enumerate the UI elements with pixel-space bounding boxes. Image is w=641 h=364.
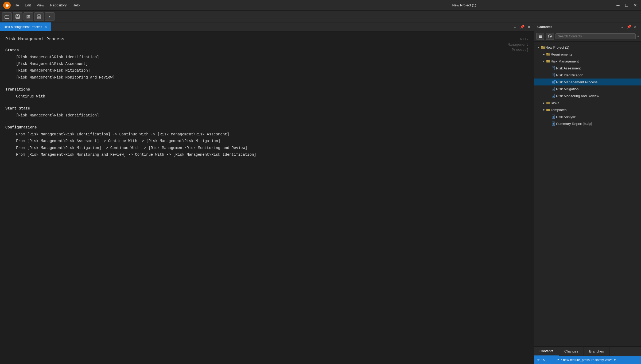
project-folder-icon (541, 45, 545, 50)
app-logo: ◉ (3, 2, 11, 9)
svg-rect-40 (553, 89, 554, 89)
svg-rect-43 (553, 95, 554, 95)
maximize-button[interactable]: □ (624, 3, 629, 8)
config-item-2: From [Risk Management\Risk Assesment] ->… (16, 138, 529, 144)
print-button[interactable] (34, 12, 44, 21)
summary-report-doc-icon (551, 121, 556, 126)
tab-close-button[interactable]: ✕ (44, 25, 47, 29)
risk-management-label: Risk Management (551, 59, 579, 63)
save-button[interactable] (13, 12, 22, 21)
tree-item-risk-identification[interactable]: ▶ Risk Identification (534, 72, 641, 79)
risks-toggle-icon: ▶ (542, 101, 546, 104)
tab-close-all-button[interactable]: ✕ (526, 25, 532, 29)
branch-item[interactable]: ⎇ * new-feature_pressure-safety-valve ▾ (555, 358, 616, 362)
svg-rect-39 (553, 88, 554, 88)
tree-item-requirements[interactable]: ▶ Requirements (534, 51, 641, 58)
tree-item-risk-monitoring[interactable]: ▶ Risk Monitoring and Review (534, 92, 641, 99)
tab-pin-button[interactable]: 📌 (519, 25, 525, 29)
window-title: New Project (1) (313, 3, 616, 7)
risk-management-toggle-icon: ▼ (542, 60, 546, 63)
risk-assesment-doc-icon (551, 66, 556, 71)
search-contents-input[interactable] (555, 33, 636, 39)
tree-item-risk-management[interactable]: ▼ Risk Management (534, 58, 641, 65)
save-all-button[interactable] (24, 12, 33, 21)
configurations-heading: Configurations (5, 125, 529, 130)
svg-rect-3 (17, 15, 18, 16)
contents-history-button[interactable] (546, 33, 554, 40)
risk-mitigation-doc-icon (551, 87, 556, 91)
editor-watermark: [RiskManagementProcess] (508, 37, 529, 53)
svg-rect-22 (546, 60, 550, 62)
menu-bar: File Edit View Repository Help (11, 2, 313, 8)
risk-analysis-label: Risk Analysis (556, 115, 577, 119)
contents-header-buttons: ⌄ 📌 ✕ (620, 25, 638, 29)
tree-item-risk-analysis[interactable]: ▶ Risk Analysis (534, 113, 641, 120)
svg-point-12 (40, 17, 41, 17)
requirements-toggle-icon: ▶ (542, 53, 546, 56)
tree-item-risks[interactable]: ▶ Risks (534, 99, 641, 106)
svg-rect-53 (553, 117, 554, 118)
close-button[interactable]: ✕ (632, 3, 638, 8)
contents-tree: ▼ New Project (1) ▶ Re (534, 42, 641, 346)
project-label: New Project (1) (545, 45, 569, 49)
risk-assesment-label: Risk Assesment (556, 66, 581, 70)
svg-rect-34 (552, 82, 554, 83)
summary-report-suffix: [tcslg] (583, 122, 592, 126)
summary-report-label: Summary Report (556, 122, 582, 126)
svg-rect-18 (541, 46, 545, 49)
menu-file[interactable]: File (11, 2, 22, 8)
risk-analysis-doc-icon (551, 114, 556, 119)
branch-icon: ⎇ (555, 358, 559, 362)
toolbar-dropdown[interactable]: ▾ (45, 12, 55, 21)
svg-rect-32 (552, 81, 554, 81)
tab-dropdown-button[interactable]: ⌄ (512, 25, 518, 29)
editor-tab-risk-management-process[interactable]: Risk Management Process ✕ (0, 22, 51, 31)
menu-help[interactable]: Help (70, 2, 82, 8)
tree-item-risk-management-process[interactable]: ▶ Risk Management Process (534, 79, 641, 85)
tab-changes[interactable]: Changes (559, 347, 584, 356)
menu-repository[interactable]: Repository (47, 2, 69, 8)
bottom-tabs: Contents Changes Branches (534, 346, 641, 356)
transition-item-1: Continue With (16, 93, 529, 100)
tree-item-risk-assesment[interactable]: ▶ Risk Assesment (534, 65, 641, 72)
contents-pin-button[interactable]: 📌 (626, 25, 631, 29)
transitions-list: Continue With (5, 93, 529, 100)
edit-count-item: ✏ 15 (537, 358, 545, 362)
svg-rect-13 (539, 35, 542, 36)
tree-item-summary-report[interactable]: ▶ Summary Report [tcslg] (534, 120, 641, 127)
state-item-4: [Risk Management\Risk Monitoring and Rev… (16, 74, 529, 81)
editor-empty-space (0, 343, 534, 364)
svg-rect-7 (28, 15, 29, 17)
svg-rect-15 (539, 37, 542, 38)
contents-filter-dropdown[interactable]: ▾ (637, 34, 639, 38)
menu-edit[interactable]: Edit (22, 2, 33, 8)
tree-item-project[interactable]: ▼ New Project (1) (534, 44, 641, 51)
edit-icon: ✏ (537, 358, 540, 362)
project-toggle-icon: ▼ (536, 46, 541, 49)
tree-item-templates[interactable]: ▼ Templates (534, 106, 641, 113)
svg-rect-8 (27, 17, 29, 18)
status-separator-1 (550, 358, 550, 362)
svg-rect-1 (5, 16, 9, 18)
tab-branches[interactable]: Branches (584, 347, 609, 356)
requirements-label: Requirements (551, 52, 572, 56)
risk-mitigation-label: Risk Mitigation (556, 87, 579, 91)
contents-list-view-button[interactable] (536, 33, 544, 40)
svg-rect-28 (553, 74, 554, 75)
contents-panel: Contents ⌄ 📌 ✕ (534, 22, 641, 364)
tree-item-risk-mitigation[interactable]: ▶ Risk Mitigation (534, 85, 641, 92)
templates-label: Templates (551, 108, 566, 112)
contents-close-button[interactable]: ✕ (632, 25, 638, 29)
menu-view[interactable]: View (34, 2, 47, 8)
state-item-1: [Risk Management\Risk Identification] (16, 54, 529, 61)
svg-rect-45 (553, 96, 554, 97)
svg-rect-57 (553, 124, 554, 125)
open-button[interactable] (2, 12, 12, 21)
state-item-2: [Risk Management\Risk Assesment] (16, 61, 529, 67)
svg-rect-33 (552, 81, 554, 82)
tab-contents[interactable]: Contents (534, 347, 559, 356)
tab-bar: Risk Management Process ✕ ⌄ 📌 ✕ (0, 22, 534, 32)
contents-dropdown-button[interactable]: ⌄ (620, 25, 625, 29)
minimize-button[interactable]: ─ (615, 3, 621, 8)
branch-dropdown-icon: ▾ (614, 358, 616, 362)
